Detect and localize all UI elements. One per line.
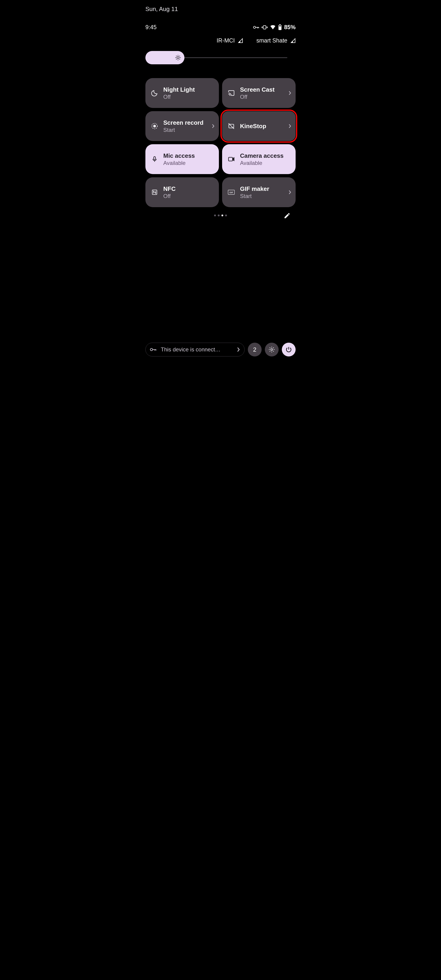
battery-icon [278, 24, 282, 30]
notification-count: 2 [253, 346, 256, 353]
tile-subtitle: Available [163, 160, 215, 166]
tile-subtitle: Off [163, 94, 215, 100]
page-indicator [139, 215, 302, 216]
time-text: 9:45 [145, 24, 157, 30]
carrier-2: smart Shate [256, 37, 296, 44]
page-dot[interactable] [214, 215, 216, 216]
tile-nfc[interactable]: NFCOff [145, 177, 219, 207]
tile-subtitle: Start [163, 127, 207, 133]
date-text: Sun, Aug 11 [145, 5, 178, 13]
power-icon [285, 346, 292, 353]
pencil-icon [284, 212, 291, 219]
tile-gif-maker[interactable]: GIFGIF makerStart [222, 177, 296, 207]
brightness-slider[interactable] [145, 51, 287, 64]
tile-screen-record[interactable]: Screen recordStart [145, 111, 219, 141]
carrier-1: IR-MCI [217, 37, 243, 44]
tile-night-light[interactable]: Night LightOff [145, 78, 219, 108]
tile-subtitle: Off [240, 94, 284, 100]
svg-point-0 [253, 26, 255, 28]
chevron-right-icon [237, 347, 240, 352]
tile-title: NFC [163, 185, 215, 192]
gear-icon [268, 346, 275, 353]
brightness-icon [175, 54, 181, 61]
svg-point-14 [150, 348, 153, 351]
tile-subtitle: Off [163, 193, 215, 199]
svg-point-5 [177, 57, 179, 59]
tile-kinestop[interactable]: KineStop [222, 111, 296, 141]
status-bar: 9:45 85% [139, 24, 302, 30]
tile-subtitle: Available [240, 160, 291, 166]
tile-title: Mic access [163, 152, 215, 159]
record-icon [150, 123, 159, 130]
page-dot[interactable] [221, 215, 223, 216]
brightness-track [180, 57, 287, 58]
brightness-thumb[interactable] [145, 51, 185, 64]
cast-icon [227, 89, 236, 97]
status-icons: 85% [253, 24, 296, 30]
page-dot[interactable] [218, 215, 220, 216]
tile-mic-access[interactable]: Mic accessAvailable [145, 144, 219, 174]
quick-settings-tiles: Night LightOffScreen CastOffScreen recor… [145, 78, 296, 207]
notification-count-button[interactable]: 2 [248, 343, 262, 356]
svg-text:GIF: GIF [229, 191, 233, 194]
carrier-2-name: smart Shate [256, 37, 287, 44]
chevron-right-icon [288, 190, 291, 195]
camera-icon [227, 156, 236, 163]
svg-rect-3 [279, 24, 280, 25]
svg-rect-10 [229, 158, 232, 161]
vibrate-icon [262, 25, 267, 30]
chevron-right-icon [212, 124, 215, 129]
tile-screen-cast[interactable]: Screen CastOff [222, 78, 296, 108]
signal-icon [238, 38, 243, 43]
carrier-row: IR-MCI smart Shate [139, 37, 302, 44]
vpn-key-icon [150, 347, 157, 352]
bottom-bar: This device is connect… 2 [145, 343, 296, 356]
settings-button[interactable] [265, 343, 279, 356]
tile-title: Camera access [240, 152, 291, 159]
battery-text: 85% [284, 24, 296, 30]
signal-icon [291, 38, 296, 43]
power-button[interactable] [282, 343, 296, 356]
chevron-right-icon [288, 91, 291, 95]
tile-title: KineStop [240, 123, 284, 130]
nfc-icon [150, 189, 159, 196]
page-dot[interactable] [225, 215, 227, 216]
wifi-icon [270, 25, 276, 30]
moon-icon [150, 89, 159, 97]
vpn-notification-pill[interactable]: This device is connect… [145, 343, 245, 356]
svg-rect-4 [279, 25, 281, 26]
svg-point-7 [153, 125, 156, 127]
tile-camera-access[interactable]: Camera accessAvailable [222, 144, 296, 174]
tile-title: GIF maker [240, 185, 284, 192]
tile-subtitle: Start [240, 193, 284, 199]
motion-off-icon [227, 123, 236, 130]
tile-title: Night Light [163, 86, 215, 93]
svg-point-15 [271, 348, 273, 350]
edit-tiles-button[interactable] [284, 212, 291, 220]
vpn-key-icon [253, 25, 260, 30]
svg-rect-1 [263, 25, 266, 29]
tile-title: Screen Cast [240, 86, 284, 93]
svg-rect-9 [154, 157, 156, 160]
chevron-right-icon [288, 124, 291, 129]
gif-icon: GIF [227, 189, 236, 195]
mic-icon [150, 156, 159, 162]
tile-title: Screen record [163, 119, 207, 126]
notification-text: This device is connect… [161, 346, 232, 353]
carrier-1-name: IR-MCI [217, 37, 235, 44]
